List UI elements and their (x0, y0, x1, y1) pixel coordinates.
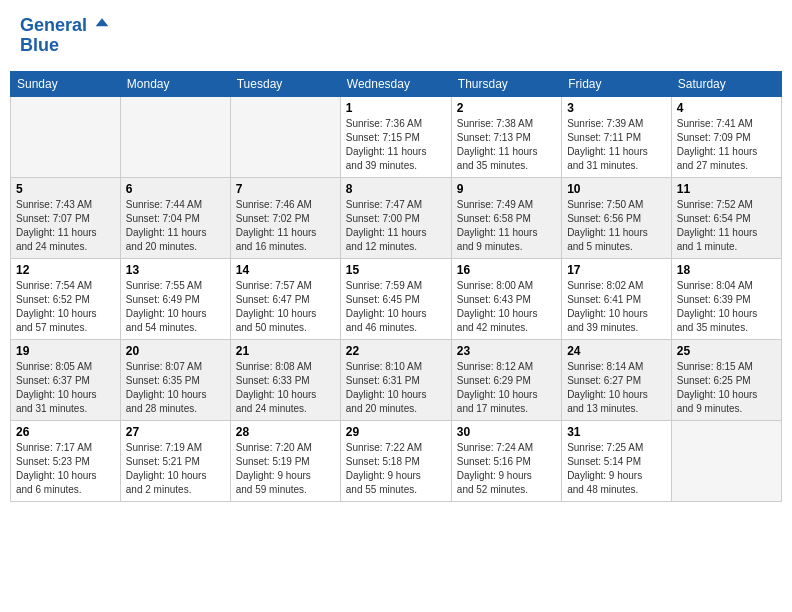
calendar-cell: 7Sunrise: 7:46 AM Sunset: 7:02 PM Daylig… (230, 177, 340, 258)
day-number: 13 (126, 263, 225, 277)
day-info: Sunrise: 7:46 AM Sunset: 7:02 PM Dayligh… (236, 198, 335, 254)
day-number: 30 (457, 425, 556, 439)
logo-text: General Blue (20, 15, 110, 56)
calendar-cell: 30Sunrise: 7:24 AM Sunset: 5:16 PM Dayli… (451, 420, 561, 501)
day-info: Sunrise: 7:44 AM Sunset: 7:04 PM Dayligh… (126, 198, 225, 254)
day-number: 7 (236, 182, 335, 196)
calendar-cell: 13Sunrise: 7:55 AM Sunset: 6:49 PM Dayli… (120, 258, 230, 339)
day-number: 31 (567, 425, 666, 439)
day-number: 27 (126, 425, 225, 439)
calendar-cell: 1Sunrise: 7:36 AM Sunset: 7:15 PM Daylig… (340, 96, 451, 177)
calendar-cell: 22Sunrise: 8:10 AM Sunset: 6:31 PM Dayli… (340, 339, 451, 420)
calendar-cell: 2Sunrise: 7:38 AM Sunset: 7:13 PM Daylig… (451, 96, 561, 177)
day-number: 22 (346, 344, 446, 358)
weekday-header-sunday: Sunday (11, 71, 121, 96)
calendar-cell (230, 96, 340, 177)
day-number: 15 (346, 263, 446, 277)
day-info: Sunrise: 7:54 AM Sunset: 6:52 PM Dayligh… (16, 279, 115, 335)
day-number: 16 (457, 263, 556, 277)
day-info: Sunrise: 7:52 AM Sunset: 6:54 PM Dayligh… (677, 198, 776, 254)
day-info: Sunrise: 7:22 AM Sunset: 5:18 PM Dayligh… (346, 441, 446, 497)
calendar-cell: 28Sunrise: 7:20 AM Sunset: 5:19 PM Dayli… (230, 420, 340, 501)
calendar-cell: 15Sunrise: 7:59 AM Sunset: 6:45 PM Dayli… (340, 258, 451, 339)
day-info: Sunrise: 7:50 AM Sunset: 6:56 PM Dayligh… (567, 198, 666, 254)
weekday-header-tuesday: Tuesday (230, 71, 340, 96)
day-info: Sunrise: 8:10 AM Sunset: 6:31 PM Dayligh… (346, 360, 446, 416)
logo: General Blue (20, 15, 110, 56)
day-number: 17 (567, 263, 666, 277)
day-number: 19 (16, 344, 115, 358)
calendar-cell: 10Sunrise: 7:50 AM Sunset: 6:56 PM Dayli… (562, 177, 672, 258)
day-number: 5 (16, 182, 115, 196)
day-number: 28 (236, 425, 335, 439)
svg-marker-0 (96, 18, 109, 26)
day-info: Sunrise: 8:05 AM Sunset: 6:37 PM Dayligh… (16, 360, 115, 416)
day-number: 3 (567, 101, 666, 115)
day-number: 1 (346, 101, 446, 115)
day-number: 29 (346, 425, 446, 439)
calendar-cell: 5Sunrise: 7:43 AM Sunset: 7:07 PM Daylig… (11, 177, 121, 258)
calendar-cell: 26Sunrise: 7:17 AM Sunset: 5:23 PM Dayli… (11, 420, 121, 501)
day-number: 10 (567, 182, 666, 196)
calendar-week-row: 1Sunrise: 7:36 AM Sunset: 7:15 PM Daylig… (11, 96, 782, 177)
day-number: 6 (126, 182, 225, 196)
day-info: Sunrise: 7:25 AM Sunset: 5:14 PM Dayligh… (567, 441, 666, 497)
day-info: Sunrise: 8:04 AM Sunset: 6:39 PM Dayligh… (677, 279, 776, 335)
logo-icon (94, 15, 110, 31)
day-info: Sunrise: 8:02 AM Sunset: 6:41 PM Dayligh… (567, 279, 666, 335)
calendar-cell: 18Sunrise: 8:04 AM Sunset: 6:39 PM Dayli… (671, 258, 781, 339)
day-number: 24 (567, 344, 666, 358)
day-number: 23 (457, 344, 556, 358)
calendar-cell: 9Sunrise: 7:49 AM Sunset: 6:58 PM Daylig… (451, 177, 561, 258)
day-number: 8 (346, 182, 446, 196)
calendar-cell: 16Sunrise: 8:00 AM Sunset: 6:43 PM Dayli… (451, 258, 561, 339)
page-header: General Blue (10, 10, 782, 61)
calendar-cell (11, 96, 121, 177)
calendar-cell: 23Sunrise: 8:12 AM Sunset: 6:29 PM Dayli… (451, 339, 561, 420)
calendar-cell: 25Sunrise: 8:15 AM Sunset: 6:25 PM Dayli… (671, 339, 781, 420)
calendar-cell: 27Sunrise: 7:19 AM Sunset: 5:21 PM Dayli… (120, 420, 230, 501)
calendar-cell (671, 420, 781, 501)
day-info: Sunrise: 8:12 AM Sunset: 6:29 PM Dayligh… (457, 360, 556, 416)
day-info: Sunrise: 7:39 AM Sunset: 7:11 PM Dayligh… (567, 117, 666, 173)
calendar-cell: 20Sunrise: 8:07 AM Sunset: 6:35 PM Dayli… (120, 339, 230, 420)
day-info: Sunrise: 7:36 AM Sunset: 7:15 PM Dayligh… (346, 117, 446, 173)
day-info: Sunrise: 7:38 AM Sunset: 7:13 PM Dayligh… (457, 117, 556, 173)
day-number: 4 (677, 101, 776, 115)
calendar-week-row: 19Sunrise: 8:05 AM Sunset: 6:37 PM Dayli… (11, 339, 782, 420)
day-info: Sunrise: 7:43 AM Sunset: 7:07 PM Dayligh… (16, 198, 115, 254)
day-info: Sunrise: 7:24 AM Sunset: 5:16 PM Dayligh… (457, 441, 556, 497)
calendar-cell: 19Sunrise: 8:05 AM Sunset: 6:37 PM Dayli… (11, 339, 121, 420)
weekday-header-thursday: Thursday (451, 71, 561, 96)
calendar-cell: 21Sunrise: 8:08 AM Sunset: 6:33 PM Dayli… (230, 339, 340, 420)
calendar-cell: 11Sunrise: 7:52 AM Sunset: 6:54 PM Dayli… (671, 177, 781, 258)
weekday-header-wednesday: Wednesday (340, 71, 451, 96)
calendar-cell: 12Sunrise: 7:54 AM Sunset: 6:52 PM Dayli… (11, 258, 121, 339)
calendar-cell: 4Sunrise: 7:41 AM Sunset: 7:09 PM Daylig… (671, 96, 781, 177)
calendar-cell: 29Sunrise: 7:22 AM Sunset: 5:18 PM Dayli… (340, 420, 451, 501)
calendar-cell: 24Sunrise: 8:14 AM Sunset: 6:27 PM Dayli… (562, 339, 672, 420)
logo-blue: Blue (20, 35, 59, 55)
day-info: Sunrise: 7:17 AM Sunset: 5:23 PM Dayligh… (16, 441, 115, 497)
calendar-week-row: 26Sunrise: 7:17 AM Sunset: 5:23 PM Dayli… (11, 420, 782, 501)
day-info: Sunrise: 8:15 AM Sunset: 6:25 PM Dayligh… (677, 360, 776, 416)
day-number: 20 (126, 344, 225, 358)
day-info: Sunrise: 7:57 AM Sunset: 6:47 PM Dayligh… (236, 279, 335, 335)
day-number: 9 (457, 182, 556, 196)
calendar-cell: 31Sunrise: 7:25 AM Sunset: 5:14 PM Dayli… (562, 420, 672, 501)
calendar-cell: 3Sunrise: 7:39 AM Sunset: 7:11 PM Daylig… (562, 96, 672, 177)
calendar-week-row: 5Sunrise: 7:43 AM Sunset: 7:07 PM Daylig… (11, 177, 782, 258)
calendar-cell: 8Sunrise: 7:47 AM Sunset: 7:00 PM Daylig… (340, 177, 451, 258)
day-info: Sunrise: 8:00 AM Sunset: 6:43 PM Dayligh… (457, 279, 556, 335)
calendar-cell: 14Sunrise: 7:57 AM Sunset: 6:47 PM Dayli… (230, 258, 340, 339)
calendar-cell: 6Sunrise: 7:44 AM Sunset: 7:04 PM Daylig… (120, 177, 230, 258)
day-number: 14 (236, 263, 335, 277)
day-info: Sunrise: 7:47 AM Sunset: 7:00 PM Dayligh… (346, 198, 446, 254)
day-info: Sunrise: 8:08 AM Sunset: 6:33 PM Dayligh… (236, 360, 335, 416)
calendar-table: SundayMondayTuesdayWednesdayThursdayFrid… (10, 71, 782, 502)
day-number: 12 (16, 263, 115, 277)
day-info: Sunrise: 7:55 AM Sunset: 6:49 PM Dayligh… (126, 279, 225, 335)
weekday-header-row: SundayMondayTuesdayWednesdayThursdayFrid… (11, 71, 782, 96)
day-number: 26 (16, 425, 115, 439)
day-number: 2 (457, 101, 556, 115)
